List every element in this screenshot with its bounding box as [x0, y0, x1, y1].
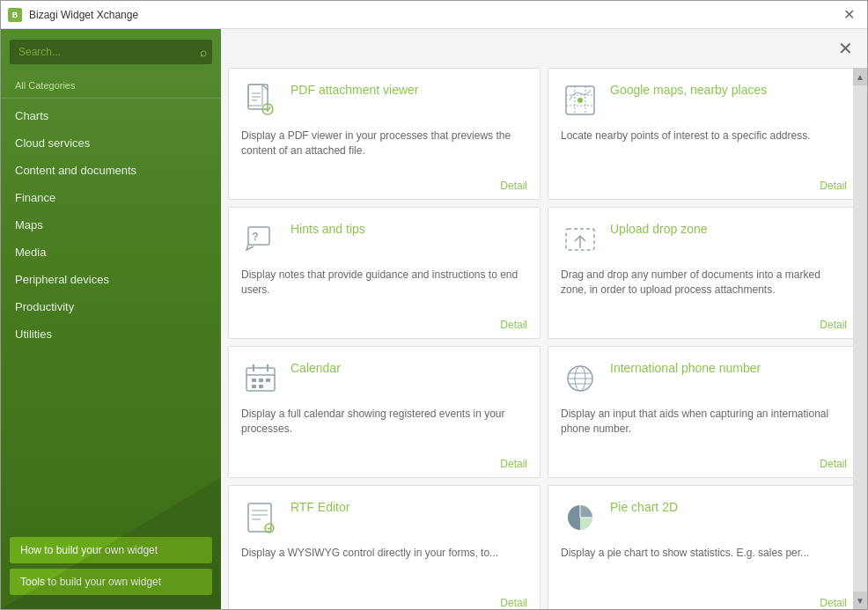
widget-title-google-maps: Google maps, nearby places — [610, 81, 767, 97]
search-input[interactable] — [10, 40, 212, 64]
title-bar-close-button[interactable]: ✕ — [838, 4, 860, 25]
widget-title-pie-chart: Pie chart 2D — [610, 498, 678, 514]
widget-footer: Detail — [561, 592, 847, 609]
detail-link-upload-drop[interactable]: Detail — [820, 319, 847, 331]
widget-card-google-maps[interactable]: Google maps, nearby places Locate nearby… — [548, 68, 860, 200]
widget-title-pdf-attachment: PDF attachment viewer — [291, 81, 419, 97]
scroll-container: PDF attachment viewer Display a PDF view… — [221, 68, 867, 609]
app-icon: B — [8, 8, 22, 22]
pdf-icon — [241, 81, 280, 120]
sidebar-btn-tools[interactable]: Tools to build your own widget — [10, 569, 212, 595]
widget-desc-google-maps: Locate nearby points of interest to a sp… — [561, 129, 847, 174]
widget-card-rtf-editor[interactable]: RTF Editor Display a WYSIWYG control dir… — [228, 485, 541, 609]
sidebar-item-cloud-services[interactable]: Cloud services — [1, 129, 221, 157]
sidebar-section-label: All Categories — [1, 75, 221, 99]
widget-footer: Detail — [561, 313, 847, 331]
hints-icon: ? — [241, 220, 280, 259]
widget-title-hints-tips: Hints and tips — [291, 220, 365, 236]
widget-card-pdf-attachment[interactable]: PDF attachment viewer Display a PDF view… — [228, 68, 541, 200]
detail-link-pie-chart[interactable]: Detail — [820, 597, 847, 609]
rtf-icon — [241, 498, 280, 537]
detail-link-pdf-attachment[interactable]: Detail — [500, 180, 527, 192]
scroll-up-arrow[interactable]: ▲ — [853, 68, 867, 85]
widget-header: RTF Editor — [241, 498, 527, 537]
widget-header: International phone number — [561, 359, 847, 398]
detail-link-hints-tips[interactable]: Detail — [500, 319, 527, 331]
widget-header: Pie chart 2D — [561, 498, 847, 537]
svg-rect-19 — [252, 378, 256, 382]
widget-desc-pie-chart: Display a pie chart to show statistics. … — [561, 546, 847, 592]
content-area: ⌕ All Categories ChartsCloud servicesCon… — [1, 29, 867, 609]
widget-card-pie-chart[interactable]: Pie chart 2D Display a pie chart to show… — [548, 485, 860, 609]
widget-desc-calendar: Display a full calendar showing register… — [241, 407, 527, 452]
search-icon[interactable]: ⌕ — [200, 45, 207, 59]
widget-card-hints-tips[interactable]: ? Hints and tips Display notes that prov… — [228, 207, 541, 339]
sidebar-item-maps[interactable]: Maps — [1, 211, 221, 239]
sidebar-item-charts[interactable]: Charts — [1, 102, 221, 129]
widget-desc-intl-phone: Display an input that aids when capturin… — [561, 407, 847, 452]
main-header: ✕ — [221, 29, 867, 68]
window-title: Bizagi Widget Xchange — [29, 9, 138, 21]
widget-title-calendar: Calendar — [291, 359, 341, 375]
widget-header: PDF attachment viewer — [241, 81, 527, 120]
sidebar-item-finance[interactable]: Finance — [1, 184, 221, 211]
widget-footer: Detail — [241, 313, 527, 331]
sidebar-item-content-docs[interactable]: Content and documents — [1, 157, 221, 184]
svg-rect-21 — [266, 378, 270, 382]
widget-footer: Detail — [241, 592, 527, 609]
svg-text:?: ? — [252, 231, 258, 243]
main-content: ✕ PDF attachment viewer Display a PDF vi… — [221, 29, 867, 609]
detail-link-intl-phone[interactable]: Detail — [820, 458, 847, 470]
widget-desc-upload-drop: Drag and drop any number of documents in… — [561, 268, 847, 313]
sidebar: ⌕ All Categories ChartsCloud servicesCon… — [1, 29, 221, 609]
widgets-scroll[interactable]: PDF attachment viewer Display a PDF view… — [221, 68, 867, 609]
widget-desc-hints-tips: Display notes that provide guidance and … — [241, 268, 527, 313]
widget-card-upload-drop[interactable]: Upload drop zone Drag and drop any numbe… — [548, 207, 860, 339]
widget-card-intl-phone[interactable]: International phone number Display an in… — [548, 346, 860, 478]
sidebar-item-media[interactable]: Media — [1, 239, 221, 266]
phone-icon — [561, 359, 600, 398]
widget-footer: Detail — [561, 452, 847, 470]
widget-footer: Detail — [241, 174, 527, 192]
sidebar-item-productivity[interactable]: Productivity — [1, 293, 221, 320]
widget-desc-rtf-editor: Display a WYSIWYG control directly in yo… — [241, 546, 527, 592]
widget-header: Google maps, nearby places — [561, 81, 847, 120]
calendar-icon — [241, 359, 280, 398]
svg-rect-20 — [259, 378, 263, 382]
sidebar-item-peripheral[interactable]: Peripheral devices — [1, 266, 221, 293]
widget-card-calendar[interactable]: Calendar Display a full calendar showing… — [228, 346, 541, 478]
detail-link-calendar[interactable]: Detail — [500, 458, 527, 470]
main-close-button[interactable]: ✕ — [833, 36, 858, 61]
widget-footer: Detail — [241, 452, 527, 470]
title-bar: B Bizagi Widget Xchange ✕ — [1, 1, 867, 29]
widget-desc-pdf-attachment: Display a PDF viewer in your processes t… — [241, 129, 527, 174]
widget-header: Calendar — [241, 359, 527, 398]
widget-header: ? Hints and tips — [241, 220, 527, 259]
sidebar-btn-how-to[interactable]: How to build your own widget — [10, 537, 212, 563]
detail-link-google-maps[interactable]: Detail — [820, 180, 847, 192]
upload-icon — [561, 220, 600, 259]
pie-icon — [561, 498, 600, 537]
detail-link-rtf-editor[interactable]: Detail — [500, 597, 527, 609]
sidebar-nav: ChartsCloud servicesContent and document… — [1, 102, 221, 530]
svg-rect-22 — [252, 385, 256, 388]
sidebar-bottom: How to build your own widgetTools to bui… — [1, 530, 221, 602]
widget-header: Upload drop zone — [561, 220, 847, 259]
widgets-grid: PDF attachment viewer Display a PDF view… — [228, 68, 860, 609]
widget-title-rtf-editor: RTF Editor — [291, 498, 349, 514]
maps-icon — [561, 81, 600, 120]
search-box: ⌕ — [10, 40, 212, 64]
title-bar-left: B Bizagi Widget Xchange — [8, 8, 138, 22]
widget-footer: Detail — [561, 174, 847, 192]
scroll-down-arrow[interactable]: ▼ — [853, 592, 867, 609]
widget-title-intl-phone: International phone number — [610, 359, 761, 375]
sidebar-item-utilities[interactable]: Utilities — [1, 320, 221, 348]
svg-point-11 — [577, 98, 583, 103]
svg-rect-29 — [248, 503, 271, 532]
svg-rect-1 — [248, 85, 262, 106]
main-window: B Bizagi Widget Xchange ✕ ⌕ All Categori… — [0, 0, 868, 610]
scroll-arrows: ▲ ▼ — [853, 68, 867, 609]
svg-rect-23 — [259, 385, 263, 388]
widget-title-upload-drop: Upload drop zone — [610, 220, 708, 236]
